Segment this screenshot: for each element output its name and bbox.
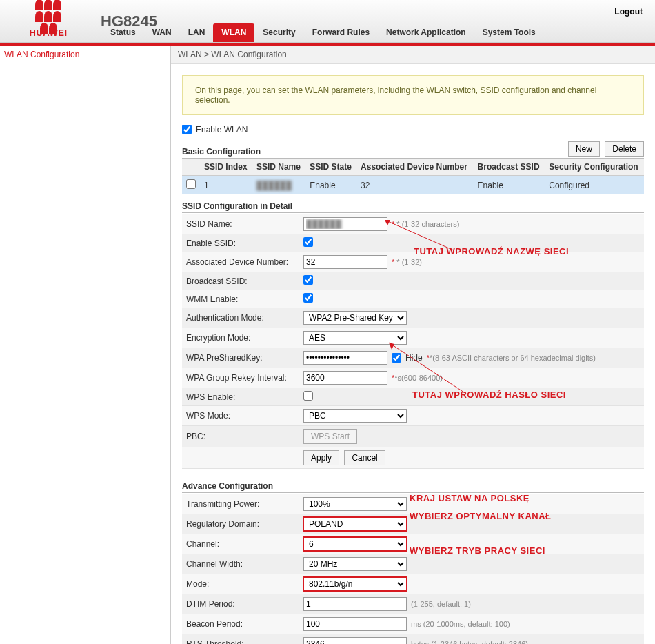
delete-button[interactable]: Delete <box>605 141 644 157</box>
brand-text: HUAWEI <box>30 28 68 38</box>
nav-wan[interactable]: WAN <box>144 23 180 42</box>
breadcrumb: WLAN > WLAN Configuration <box>171 46 655 64</box>
broadcast-checkbox[interactable] <box>303 275 313 285</box>
chan-label: Channel: <box>182 534 299 554</box>
enable-ssid-label: Enable SSID: <box>182 234 299 252</box>
logout-link[interactable]: Logout <box>614 7 643 17</box>
col-assoc-num: Associated Device Number <box>356 159 473 176</box>
assoc-hint: * (1-32) <box>396 258 422 266</box>
mode-select[interactable]: 802.11b/g/n <box>303 577 407 591</box>
brand-logo: HUAWEI <box>0 4 97 38</box>
cell-state: Enable <box>305 176 356 195</box>
dtim-label: DTIM Period: <box>182 594 299 614</box>
col-ssid-index: SSID Index <box>200 159 252 176</box>
cell-name: ██████ <box>252 176 305 195</box>
nav-lan[interactable]: LAN <box>180 23 214 42</box>
pbc-label: PBC: <box>182 426 299 447</box>
apply-button[interactable]: Apply <box>303 450 339 465</box>
basic-config-title: Basic Configuration <box>182 147 261 157</box>
wps-mode-select[interactable]: PBC <box>303 409 407 423</box>
wmm-label: WMM Enable: <box>182 290 299 308</box>
cell-security: Configured <box>545 176 644 195</box>
tx-select[interactable]: 100% <box>303 497 407 511</box>
beacon-hint: ms (20-1000ms, default: 100) <box>411 620 510 628</box>
table-row[interactable]: 1 ██████ Enable 32 Enable Configured <box>182 176 644 195</box>
auth-label: Authentication Mode: <box>182 308 299 328</box>
psk-input[interactable] <box>303 351 387 365</box>
col-ssid-name: SSID Name <box>252 159 305 176</box>
detail-form: SSID Name: * * (1-32 characters) Enable … <box>182 214 644 469</box>
main-nav: Status WAN LAN WLAN Security Forward Rul… <box>102 23 544 42</box>
ssid-name-label: SSID Name: <box>182 214 299 234</box>
rekey-input[interactable] <box>303 371 387 385</box>
wps-mode-label: WPS Mode: <box>182 406 299 426</box>
detail-title: SSID Configuration in Detail <box>182 201 644 213</box>
beacon-label: Beacon Period: <box>182 614 299 634</box>
tx-label: Transmitting Power: <box>182 494 299 514</box>
wps-start-button[interactable]: WPS Start <box>303 429 357 444</box>
reg-select[interactable]: POLAND <box>303 517 407 531</box>
rekey-hint: *s(600-86400) <box>394 374 443 382</box>
nav-forward-rules[interactable]: Forward Rules <box>304 23 378 42</box>
enc-select[interactable]: AES <box>303 331 407 345</box>
required-star: * <box>392 220 394 228</box>
wmm-checkbox[interactable] <box>303 293 313 303</box>
ssid-table: SSID Index SSID Name SSID State Associat… <box>182 159 644 194</box>
nav-security[interactable]: Security <box>254 23 303 42</box>
nav-status[interactable]: Status <box>102 23 144 42</box>
ssid-name-hint: * (1-32 characters) <box>396 220 459 228</box>
advance-title: Advance Configuration <box>182 481 644 493</box>
info-banner: On this page, you can set the WLAN param… <box>182 75 644 115</box>
content-area: On this page, you can set the WLAN param… <box>171 64 655 644</box>
dtim-hint: (1-255, default: 1) <box>411 600 471 608</box>
sidebar-item-wlan-config[interactable]: WLAN Configuration <box>0 46 170 63</box>
enable-wlan-checkbox[interactable] <box>182 125 192 134</box>
psk-label: WPA PreSharedKey: <box>182 348 299 368</box>
rekey-label: WPA Group Rekey Interval: <box>182 368 299 388</box>
cw-label: Channel Width: <box>182 554 299 574</box>
enable-wlan-label: Enable WLAN <box>196 125 248 134</box>
ssid-name-input[interactable] <box>303 217 387 231</box>
huawei-icon <box>33 4 63 29</box>
reg-label: Regulatory Domain: <box>182 514 299 534</box>
sidebar: WLAN Configuration <box>0 46 171 644</box>
enc-label: Encryption Mode: <box>182 328 299 348</box>
wps-enable-checkbox[interactable] <box>303 391 313 401</box>
nav-wlan[interactable]: WLAN <box>213 23 254 42</box>
hide-checkbox[interactable] <box>392 353 401 363</box>
cell-index: 1 <box>200 176 252 195</box>
cell-assoc: 32 <box>356 176 473 195</box>
chan-select[interactable]: 6 <box>303 537 407 551</box>
nav-system-tools[interactable]: System Tools <box>474 23 544 42</box>
wps-enable-label: WPS Enable: <box>182 388 299 406</box>
cw-select[interactable]: 20 MHz <box>303 557 407 571</box>
broadcast-label: Broadcast SSID: <box>182 272 299 290</box>
rts-hint: bytes (1-2346 bytes, default: 2346) <box>411 640 528 644</box>
nav-network-application[interactable]: Network Application <box>378 23 474 42</box>
col-broadcast: Broadcast SSID <box>474 159 545 176</box>
hide-label: Hide <box>405 353 423 363</box>
header-bar: HUAWEI HG8245 Logout Status WAN LAN WLAN… <box>0 0 655 43</box>
cell-broadcast: Enable <box>474 176 545 195</box>
beacon-input[interactable] <box>303 617 407 631</box>
cancel-button[interactable]: Cancel <box>344 450 385 465</box>
dtim-input[interactable] <box>303 597 407 611</box>
assoc-label: Associated Device Number: <box>182 252 299 272</box>
auth-select[interactable]: WPA2 Pre-Shared Key <box>303 311 407 325</box>
col-ssid-state: SSID State <box>305 159 356 176</box>
row-select-checkbox[interactable] <box>186 179 196 189</box>
advance-form: Transmitting Power: 100% Regulatory Doma… <box>182 494 644 644</box>
psk-hint: *(8-63 ASCII characters or 64 hexadecima… <box>430 354 596 362</box>
rts-label: RTS Threshold: <box>182 634 299 645</box>
assoc-input[interactable] <box>303 255 387 269</box>
col-security: Security Configuration <box>545 159 644 176</box>
enable-ssid-checkbox[interactable] <box>303 237 313 247</box>
new-button[interactable]: New <box>568 141 600 157</box>
mode-label: Mode: <box>182 574 299 594</box>
main-panel: WLAN > WLAN Configuration On this page, … <box>171 46 655 644</box>
rts-input[interactable] <box>303 637 407 644</box>
